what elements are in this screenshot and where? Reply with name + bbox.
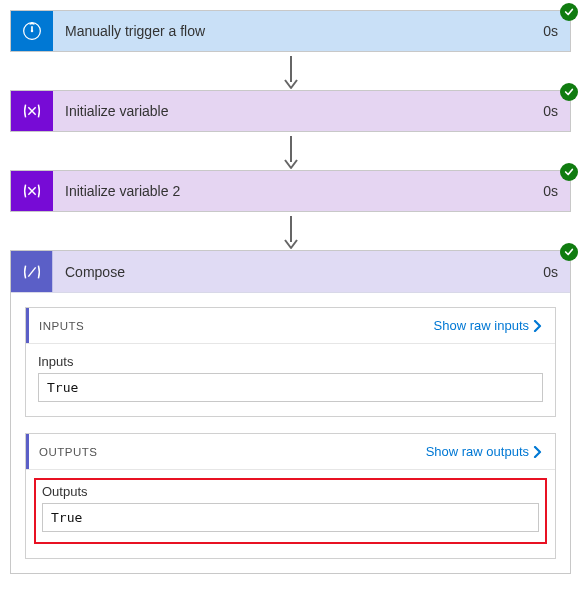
step-compose-expanded: Compose 0s INPUTS Show raw inputs Inputs… — [10, 250, 571, 574]
chevron-right-icon — [533, 446, 543, 458]
inputs-section: INPUTS Show raw inputs Inputs True — [25, 307, 556, 417]
compose-icon — [11, 251, 53, 292]
outputs-section: OUTPUTS Show raw outputs Outputs True — [25, 433, 556, 559]
connector-arrow — [10, 212, 571, 250]
step-initialize-variable[interactable]: Initialize variable 0s — [10, 90, 571, 132]
step-duration: 0s — [543, 183, 558, 199]
outputs-highlight: Outputs True — [34, 478, 547, 544]
inputs-label: INPUTS — [29, 320, 84, 332]
outputs-field-label: Outputs — [42, 484, 539, 499]
step-duration: 0s — [543, 23, 558, 39]
step-title: Initialize variable 2 — [65, 183, 180, 199]
step-trigger[interactable]: Manually trigger a flow 0s — [10, 10, 571, 52]
step-title: Compose — [65, 264, 125, 280]
connector-arrow — [10, 132, 571, 170]
inputs-field-value: True — [38, 373, 543, 402]
success-icon — [560, 243, 578, 261]
variable-icon — [11, 91, 53, 131]
variable-icon — [11, 171, 53, 211]
success-icon — [560, 163, 578, 181]
success-icon — [560, 3, 578, 21]
step-compose-header[interactable]: Compose 0s — [11, 251, 570, 293]
inputs-field-label: Inputs — [38, 354, 543, 369]
step-initialize-variable-2[interactable]: Initialize variable 2 0s — [10, 170, 571, 212]
show-raw-inputs-link[interactable]: Show raw inputs — [434, 318, 543, 333]
connector-arrow — [10, 52, 571, 90]
show-raw-outputs-link[interactable]: Show raw outputs — [426, 444, 543, 459]
chevron-right-icon — [533, 320, 543, 332]
trigger-icon — [11, 11, 53, 51]
success-icon — [560, 83, 578, 101]
step-title: Manually trigger a flow — [65, 23, 205, 39]
step-duration: 0s — [543, 264, 558, 280]
outputs-label: OUTPUTS — [29, 446, 97, 458]
outputs-field-value: True — [42, 503, 539, 532]
svg-point-1 — [31, 30, 34, 33]
step-title: Initialize variable — [65, 103, 169, 119]
step-duration: 0s — [543, 103, 558, 119]
